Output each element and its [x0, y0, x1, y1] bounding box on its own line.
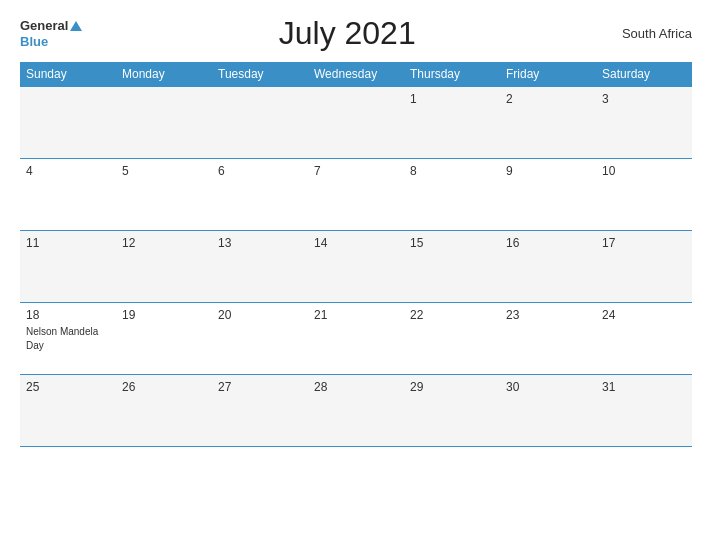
- day-number: 4: [26, 164, 110, 178]
- day-number: 1: [410, 92, 494, 106]
- day-number: 5: [122, 164, 206, 178]
- day-cell: 20: [212, 303, 308, 375]
- day-number: 13: [218, 236, 302, 250]
- day-number: 7: [314, 164, 398, 178]
- week-row-1: 45678910: [20, 159, 692, 231]
- day-cell: 25: [20, 375, 116, 447]
- day-number: 8: [410, 164, 494, 178]
- day-number: 11: [26, 236, 110, 250]
- header-friday: Friday: [500, 62, 596, 87]
- day-cell: 6: [212, 159, 308, 231]
- day-cell: 22: [404, 303, 500, 375]
- day-number: 22: [410, 308, 494, 322]
- logo-triangle-icon: [70, 21, 82, 31]
- day-event: Nelson Mandela Day: [26, 326, 98, 351]
- day-cell: 13: [212, 231, 308, 303]
- day-cell: 19: [116, 303, 212, 375]
- day-cell: [20, 87, 116, 159]
- day-number: 6: [218, 164, 302, 178]
- day-number: 10: [602, 164, 686, 178]
- logo-general-text: General: [20, 18, 68, 34]
- day-cell: 9: [500, 159, 596, 231]
- calendar-title: July 2021: [82, 15, 612, 52]
- day-number: 9: [506, 164, 590, 178]
- day-cell: 16: [500, 231, 596, 303]
- day-number: 12: [122, 236, 206, 250]
- day-cell: 28: [308, 375, 404, 447]
- day-cell: 27: [212, 375, 308, 447]
- day-number: 25: [26, 380, 110, 394]
- calendar-page: General Blue July 2021 South Africa Sund…: [0, 0, 712, 550]
- day-cell: 23: [500, 303, 596, 375]
- day-number: 28: [314, 380, 398, 394]
- day-number: 14: [314, 236, 398, 250]
- day-cell: 8: [404, 159, 500, 231]
- week-row-0: 123: [20, 87, 692, 159]
- day-number: 30: [506, 380, 590, 394]
- day-cell: 18Nelson Mandela Day: [20, 303, 116, 375]
- day-number: 2: [506, 92, 590, 106]
- calendar-table: Sunday Monday Tuesday Wednesday Thursday…: [20, 62, 692, 447]
- week-row-3: 18Nelson Mandela Day192021222324: [20, 303, 692, 375]
- day-number: 3: [602, 92, 686, 106]
- day-cell: 10: [596, 159, 692, 231]
- day-cell: 17: [596, 231, 692, 303]
- day-cell: [308, 87, 404, 159]
- day-cell: 21: [308, 303, 404, 375]
- day-cell: 14: [308, 231, 404, 303]
- calendar-body: 123456789101112131415161718Nelson Mandel…: [20, 87, 692, 447]
- day-number: 29: [410, 380, 494, 394]
- day-cell: 15: [404, 231, 500, 303]
- country-label: South Africa: [612, 26, 692, 41]
- day-number: 23: [506, 308, 590, 322]
- logo-blue-text: Blue: [20, 34, 82, 50]
- day-cell: 29: [404, 375, 500, 447]
- day-cell: 2: [500, 87, 596, 159]
- day-number: 17: [602, 236, 686, 250]
- day-cell: [212, 87, 308, 159]
- day-number: 27: [218, 380, 302, 394]
- days-header-row: Sunday Monday Tuesday Wednesday Thursday…: [20, 62, 692, 87]
- day-number: 24: [602, 308, 686, 322]
- day-cell: 4: [20, 159, 116, 231]
- day-number: 16: [506, 236, 590, 250]
- day-cell: 26: [116, 375, 212, 447]
- day-cell: 5: [116, 159, 212, 231]
- header-tuesday: Tuesday: [212, 62, 308, 87]
- day-cell: 1: [404, 87, 500, 159]
- day-cell: 7: [308, 159, 404, 231]
- header-wednesday: Wednesday: [308, 62, 404, 87]
- day-number: 26: [122, 380, 206, 394]
- day-cell: [116, 87, 212, 159]
- day-cell: 3: [596, 87, 692, 159]
- day-cell: 11: [20, 231, 116, 303]
- day-cell: 30: [500, 375, 596, 447]
- header-saturday: Saturday: [596, 62, 692, 87]
- day-number: 21: [314, 308, 398, 322]
- header: General Blue July 2021 South Africa: [20, 15, 692, 52]
- day-cell: 12: [116, 231, 212, 303]
- header-monday: Monday: [116, 62, 212, 87]
- day-number: 20: [218, 308, 302, 322]
- header-thursday: Thursday: [404, 62, 500, 87]
- day-number: 19: [122, 308, 206, 322]
- header-sunday: Sunday: [20, 62, 116, 87]
- day-cell: 24: [596, 303, 692, 375]
- week-row-2: 11121314151617: [20, 231, 692, 303]
- day-cell: 31: [596, 375, 692, 447]
- week-row-4: 25262728293031: [20, 375, 692, 447]
- day-number: 15: [410, 236, 494, 250]
- day-number: 18: [26, 308, 110, 322]
- calendar-header: Sunday Monday Tuesday Wednesday Thursday…: [20, 62, 692, 87]
- day-number: 31: [602, 380, 686, 394]
- logo: General Blue: [20, 18, 82, 49]
